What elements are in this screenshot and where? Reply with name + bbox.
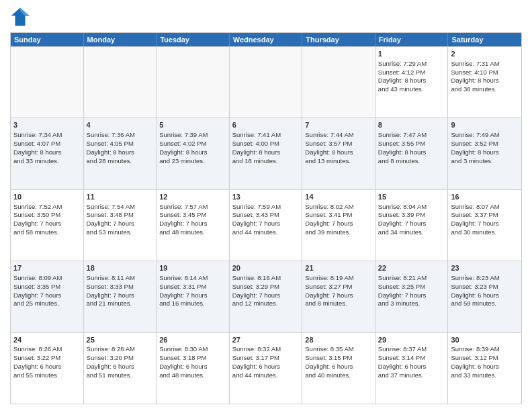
day-info: Sunset: 3:55 PM xyxy=(378,140,445,148)
day-info: and 12 minutes. xyxy=(232,300,300,308)
day-info: and 53 minutes. xyxy=(87,228,154,237)
day-info: Daylight: 6 hours xyxy=(378,363,445,371)
day-number: 16 xyxy=(451,192,519,202)
day-info: and 34 minutes. xyxy=(378,228,445,237)
day-info: Daylight: 7 hours xyxy=(232,220,300,228)
day-info: Sunset: 4:12 PM xyxy=(378,68,445,77)
day-cell-5: 5Sunrise: 7:39 AMSunset: 4:02 PMDaylight… xyxy=(157,118,230,189)
day-info: Sunset: 3:37 PM xyxy=(451,211,519,220)
day-cell-25: 25Sunrise: 8:28 AMSunset: 3:20 PMDayligh… xyxy=(84,333,157,404)
calendar-week-4: 17Sunrise: 8:09 AMSunset: 3:35 PMDayligh… xyxy=(11,261,521,332)
day-info: Sunrise: 8:02 AM xyxy=(305,203,372,212)
day-info: Sunrise: 7:29 AM xyxy=(378,60,445,68)
day-cell-1: 1Sunrise: 7:29 AMSunset: 4:12 PMDaylight… xyxy=(375,47,449,118)
day-cell-18: 18Sunrise: 8:11 AMSunset: 3:33 PMDayligh… xyxy=(84,261,157,332)
day-info: and 48 minutes. xyxy=(159,228,226,237)
day-info: Daylight: 6 hours xyxy=(232,363,300,371)
day-info: Sunset: 3:45 PM xyxy=(159,211,226,220)
day-info: Daylight: 7 hours xyxy=(305,291,372,300)
day-number: 6 xyxy=(232,120,300,130)
day-number: 28 xyxy=(305,335,372,345)
day-info: Daylight: 8 hours xyxy=(451,148,519,157)
day-info: Sunrise: 7:57 AM xyxy=(159,203,226,212)
day-info: and 48 minutes. xyxy=(159,371,226,380)
day-info: Sunset: 3:52 PM xyxy=(451,140,519,148)
day-cell-17: 17Sunrise: 8:09 AMSunset: 3:35 PMDayligh… xyxy=(11,261,84,332)
day-info: and 8 minutes. xyxy=(378,157,445,166)
logo-icon xyxy=(10,7,30,27)
day-info: Sunset: 3:50 PM xyxy=(13,211,81,220)
day-header-monday: Monday xyxy=(84,33,157,46)
day-info: Daylight: 8 hours xyxy=(159,148,226,157)
day-info: Sunrise: 7:47 AM xyxy=(378,131,445,140)
day-info: Daylight: 6 hours xyxy=(159,363,226,371)
day-number: 19 xyxy=(159,263,226,273)
day-cell-12: 12Sunrise: 7:57 AMSunset: 3:45 PMDayligh… xyxy=(157,190,230,261)
day-info: Sunset: 3:12 PM xyxy=(451,354,519,363)
day-info: and 18 minutes. xyxy=(232,157,300,166)
day-info: and 55 minutes. xyxy=(13,371,81,380)
calendar: SundayMondayTuesdayWednesdayThursdayFrid… xyxy=(10,32,522,404)
day-info: Daylight: 8 hours xyxy=(87,148,154,157)
day-info: Sunrise: 8:04 AM xyxy=(378,203,445,212)
day-info: Sunset: 4:07 PM xyxy=(13,140,81,148)
day-cell-30: 30Sunrise: 8:39 AMSunset: 3:12 PMDayligh… xyxy=(448,333,521,404)
day-header-sunday: Sunday xyxy=(11,33,84,46)
day-info: and 3 minutes. xyxy=(451,157,519,166)
day-info: Sunset: 3:15 PM xyxy=(305,354,372,363)
day-info: Sunset: 4:10 PM xyxy=(451,68,519,77)
day-number: 21 xyxy=(305,263,372,273)
day-info: Daylight: 7 hours xyxy=(378,291,445,300)
day-info: Sunset: 3:27 PM xyxy=(305,283,372,291)
day-info: Sunrise: 7:52 AM xyxy=(13,203,81,212)
day-info: and 58 minutes. xyxy=(13,228,81,237)
day-info: Sunset: 4:02 PM xyxy=(159,140,226,148)
day-info: Daylight: 8 hours xyxy=(451,77,519,85)
day-cell-29: 29Sunrise: 8:37 AMSunset: 3:14 PMDayligh… xyxy=(375,333,449,404)
day-number: 10 xyxy=(13,192,81,202)
day-info: Sunrise: 8:32 AM xyxy=(232,345,300,354)
day-info: Sunrise: 7:34 AM xyxy=(13,131,81,140)
day-info: Sunrise: 8:16 AM xyxy=(232,274,300,283)
day-number: 20 xyxy=(232,263,300,273)
empty-cell xyxy=(157,47,230,118)
day-info: Sunset: 3:22 PM xyxy=(13,354,81,363)
day-info: and 3 minutes. xyxy=(378,300,445,308)
calendar-week-1: 1Sunrise: 7:29 AMSunset: 4:12 PMDaylight… xyxy=(11,46,521,118)
day-cell-8: 8Sunrise: 7:47 AMSunset: 3:55 PMDaylight… xyxy=(375,118,449,189)
day-info: Sunrise: 7:31 AM xyxy=(451,60,519,68)
calendar-week-3: 10Sunrise: 7:52 AMSunset: 3:50 PMDayligh… xyxy=(11,189,521,261)
day-info: Sunset: 3:17 PM xyxy=(232,354,300,363)
day-info: and 43 minutes. xyxy=(378,85,445,94)
day-cell-2: 2Sunrise: 7:31 AMSunset: 4:10 PMDaylight… xyxy=(448,47,521,118)
day-info: Daylight: 7 hours xyxy=(378,220,445,228)
day-info: Sunset: 3:23 PM xyxy=(451,283,519,291)
day-number: 23 xyxy=(451,263,519,273)
calendar-week-2: 3Sunrise: 7:34 AMSunset: 4:07 PMDaylight… xyxy=(11,118,521,189)
day-info: Sunrise: 7:39 AM xyxy=(159,131,226,140)
day-number: 9 xyxy=(451,120,519,130)
day-info: Sunset: 3:48 PM xyxy=(87,211,154,220)
calendar-week-5: 24Sunrise: 8:26 AMSunset: 3:22 PMDayligh… xyxy=(11,332,521,404)
day-info: Sunset: 3:57 PM xyxy=(305,140,372,148)
day-info: Sunrise: 8:30 AM xyxy=(159,345,226,354)
day-info: Sunset: 3:18 PM xyxy=(159,354,226,363)
day-number: 8 xyxy=(378,120,445,130)
day-info: Sunset: 4:00 PM xyxy=(232,140,300,148)
day-info: and 28 minutes. xyxy=(87,157,154,166)
day-info: Sunrise: 8:37 AM xyxy=(378,345,445,354)
day-info: and 21 minutes. xyxy=(87,300,154,308)
day-cell-23: 23Sunrise: 8:23 AMSunset: 3:23 PMDayligh… xyxy=(448,261,521,332)
day-cell-28: 28Sunrise: 8:35 AMSunset: 3:15 PMDayligh… xyxy=(302,333,375,404)
day-cell-19: 19Sunrise: 8:14 AMSunset: 3:31 PMDayligh… xyxy=(157,261,230,332)
day-info: Sunset: 3:25 PM xyxy=(378,283,445,291)
day-number: 18 xyxy=(87,263,154,273)
day-number: 30 xyxy=(451,335,519,345)
day-info: Daylight: 7 hours xyxy=(159,220,226,228)
day-info: Daylight: 7 hours xyxy=(159,291,226,300)
day-info: Sunrise: 7:36 AM xyxy=(87,131,154,140)
day-info: Sunset: 3:35 PM xyxy=(13,283,81,291)
calendar-body: 1Sunrise: 7:29 AMSunset: 4:12 PMDaylight… xyxy=(11,46,521,404)
day-info: Daylight: 7 hours xyxy=(87,220,154,228)
day-number: 12 xyxy=(159,192,226,202)
